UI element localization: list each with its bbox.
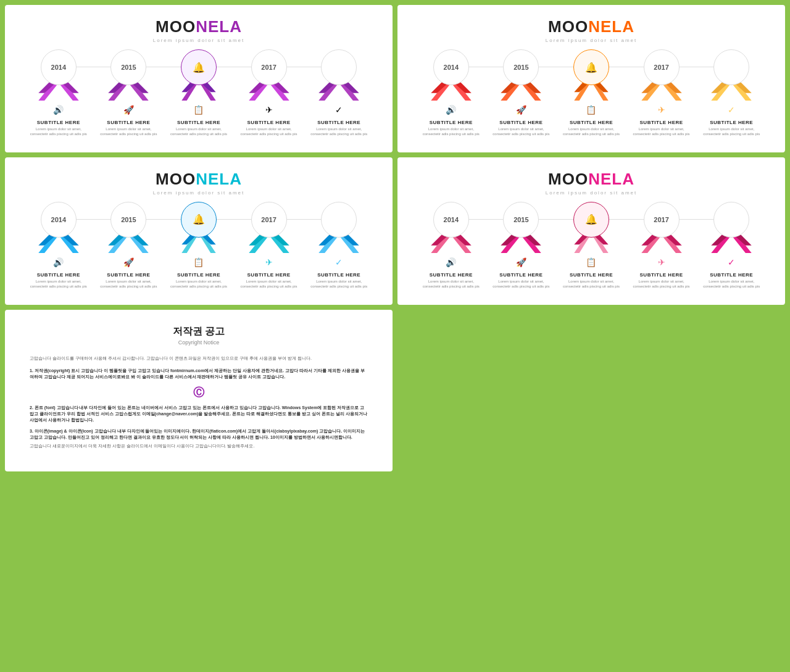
- green-area: [397, 310, 785, 472]
- sub-o4: SUBTITLE HERE: [640, 120, 683, 125]
- sub-p5: SUBTITLE HERE: [710, 272, 753, 278]
- tl-p3: 🔔 📋 SUBTITLE HERE Lorem ipsum dolor sit …: [560, 202, 623, 289]
- copyright-logo-c: Ⓒ: [193, 386, 204, 399]
- body-b3: Lorem ipsum dolor sit amet, consectetir …: [167, 279, 230, 289]
- icon-o5: ✓: [724, 102, 739, 117]
- tagline-orange: Lorem ipsum dolor sit amet: [416, 38, 767, 43]
- subtitle-1-5: SUBTITLE HERE: [317, 120, 360, 125]
- tl-item-o2: 2015 🚀 SUBTITLE HERE Lorem ipsum dolor s…: [489, 49, 552, 137]
- tl-p2: 2015 🚀 SUBTITLE HERE Lorem ipsum dolor s…: [489, 202, 552, 289]
- slide-orange: MOONELA Lorem ipsum dolor sit amet 2014 …: [397, 5, 785, 152]
- year-end-1: [321, 49, 357, 85]
- sub-o3: SUBTITLE HERE: [570, 120, 613, 125]
- sub-o2: SUBTITLE HERE: [499, 120, 543, 125]
- slide-purple: MOONELA Lorem ipsum dolor sit amet 2014 …: [5, 5, 393, 152]
- year-end-4: [713, 202, 749, 238]
- icon-b1: 🔊: [51, 255, 66, 270]
- sub-b2: SUBTITLE HERE: [107, 272, 150, 278]
- main-grid: MOONELA Lorem ipsum dolor sit amet 2014 …: [0, 0, 790, 476]
- subtitle-1-4: SUBTITLE HERE: [247, 120, 291, 125]
- tl-b2: 2015 🚀 SUBTITLE HERE Lorem ipsum dolor s…: [97, 202, 160, 289]
- timeline-purple: 2014 🔊 SUBTITLE HERE Lorem ipsum dolor s…: [23, 49, 374, 137]
- tl-b5: ✓ SUBTITLE HERE Lorem ipsum dolor sit am…: [307, 202, 370, 289]
- timeline-orange: 2014 🔊 SUBTITLE HERE Lorem ipsum dolor s…: [416, 49, 767, 137]
- sub-p2: SUBTITLE HERE: [499, 272, 543, 278]
- copyright-s1-title: 1. 저작권(copyright) 표시 고맙습니다 이 템플릿을 구입 고맙고…: [30, 368, 368, 380]
- year-2014-3: 2014: [41, 202, 77, 238]
- icon-b5: ✓: [331, 255, 346, 270]
- sub-b5: SUBTITLE HERE: [317, 272, 360, 278]
- body-p4: Lorem ipsum dolor sit amet, consectetir …: [630, 279, 692, 289]
- year-2017-3: 2017: [251, 202, 287, 238]
- year-2017-4: 2017: [644, 202, 680, 238]
- timeline-item-4: 2017 ✈ SUBTITLE HERE Lorem ipsum dolor s…: [237, 49, 300, 137]
- icon-o1: 🔊: [444, 102, 459, 117]
- icon-p4: ✈: [654, 255, 669, 270]
- logo-purple: MOONELA: [23, 17, 374, 36]
- icon-o3: 📋: [584, 102, 599, 117]
- body-b2: Lorem ipsum dolor sit amet, consectetir …: [97, 279, 160, 289]
- year-2016-3-hl: 🔔: [181, 202, 217, 238]
- year-end-2: [713, 49, 749, 85]
- sub-o5: SUBTITLE HERE: [710, 120, 753, 125]
- icon-b2: 🚀: [121, 255, 136, 270]
- logo-pink: MOONELA: [416, 170, 767, 189]
- icon-p3: 📋: [584, 255, 599, 270]
- icon-p5: ✓: [724, 255, 739, 270]
- body-o4: Lorem ipsum dolor sit amet, consectetir …: [630, 127, 692, 137]
- icon-5: ✓: [331, 102, 346, 117]
- year-2014-4: 2014: [433, 202, 469, 238]
- body-b1: Lorem ipsum dolor sit amet, consectetir …: [27, 279, 90, 289]
- body-p5: Lorem ipsum dolor sit amet, consectetir …: [700, 279, 763, 289]
- body-b5: Lorem ipsum dolor sit amet, consectetir …: [307, 279, 370, 289]
- year-2017-1: 2017: [251, 49, 287, 85]
- icon-b3: 📋: [191, 255, 206, 270]
- logo-suffix-2: NELA: [588, 17, 634, 36]
- tagline-purple: Lorem ipsum dolor sit amet: [23, 38, 374, 43]
- timeline-item-2: 2015 🚀 SUBTITLE HERE Lorem ipsum dolor s…: [97, 49, 160, 137]
- logo-prefix-2: MOO: [548, 17, 588, 36]
- sub-p4: SUBTITLE HERE: [640, 272, 683, 278]
- slide-1-header: MOONELA Lorem ipsum dolor sit amet: [23, 17, 374, 43]
- tagline-blue: Lorem ipsum dolor sit amet: [23, 190, 374, 196]
- year-2015-1: 2015: [110, 49, 146, 85]
- timeline-item-1: 2014 🔊 SUBTITLE HERE Lorem ipsum dolor s…: [27, 49, 90, 137]
- body-1-2: Lorem ipsum dolor sit amet, consectetir …: [97, 127, 160, 137]
- copyright-title: 저작권 공고: [30, 325, 368, 338]
- sub-p3: SUBTITLE HERE: [570, 272, 613, 278]
- year-2016-2-hl: 🔔: [573, 49, 609, 85]
- copyright-body1: 고맙습니다 슬라이드를 구매하여 사용해 주셔서 감사합니다. 고맙습니다 이 …: [30, 355, 368, 362]
- logo-prefix-3: MOO: [156, 170, 196, 188]
- timeline-item-5: ✓ SUBTITLE HERE Lorem ipsum dolor sit am…: [307, 49, 370, 137]
- body-o1: Lorem ipsum dolor sit amet, consectetir …: [420, 127, 483, 137]
- year-2015-4: 2015: [503, 202, 539, 238]
- tl-item-o3: 🔔 📋 SUBTITLE HERE Lorem ipsum dolor sit …: [560, 49, 623, 137]
- body-o5: Lorem ipsum dolor sit amet, consectetir …: [700, 127, 763, 137]
- tl-p5: ✓ SUBTITLE HERE Lorem ipsum dolor sit am…: [700, 202, 763, 289]
- logo-suffix-3: NELA: [196, 170, 242, 188]
- body-b4: Lorem ipsum dolor sit amet, consectetir …: [237, 279, 300, 289]
- slide-2-header: MOONELA Lorem ipsum dolor sit amet: [416, 17, 767, 43]
- body-p2: Lorem ipsum dolor sit amet, consectetir …: [489, 279, 552, 289]
- logo-prefix: MOO: [156, 17, 196, 36]
- icon-b4: ✈: [262, 255, 276, 270]
- timeline-pink: 2014 🔊 SUBTITLE HERE Lorem ipsum dolor s…: [416, 202, 767, 289]
- copyright-slide: 저작권 공고 Copyright Notice 고맙습니다 슬라이드를 구매하여…: [5, 310, 393, 472]
- slide-pink: MOONELA Lorem ipsum dolor sit amet 2014 …: [397, 157, 785, 305]
- body-1-5: Lorem ipsum dolor sit amet, consectetir …: [307, 127, 370, 137]
- timeline-blue: 2014 🔊 SUBTITLE HERE Lorem ipsum dolor s…: [23, 202, 374, 289]
- icon-o2: 🚀: [514, 102, 528, 117]
- logo-prefix-4: MOO: [548, 170, 588, 188]
- sub-o1: SUBTITLE HERE: [430, 120, 473, 125]
- tl-item-o1: 2014 🔊 SUBTITLE HERE Lorem ipsum dolor s…: [420, 49, 483, 137]
- tl-item-o4: 2017 ✈ SUBTITLE HERE Lorem ipsum dolor s…: [630, 49, 692, 137]
- body-1-4: Lorem ipsum dolor sit amet, consectetir …: [237, 127, 300, 137]
- subtitle-1-1: SUBTITLE HERE: [37, 120, 80, 125]
- slide-blue: MOONELA Lorem ipsum dolor sit amet 2014 …: [5, 157, 393, 305]
- year-2014-1: 2014: [41, 49, 77, 85]
- body-p3: Lorem ipsum dolor sit amet, consectetir …: [560, 279, 623, 289]
- copyright-subtitle: Copyright Notice: [30, 339, 368, 346]
- icon-o4: ✈: [654, 102, 669, 117]
- icon-2: 🚀: [121, 102, 136, 117]
- logo-blue: MOONELA: [23, 170, 374, 189]
